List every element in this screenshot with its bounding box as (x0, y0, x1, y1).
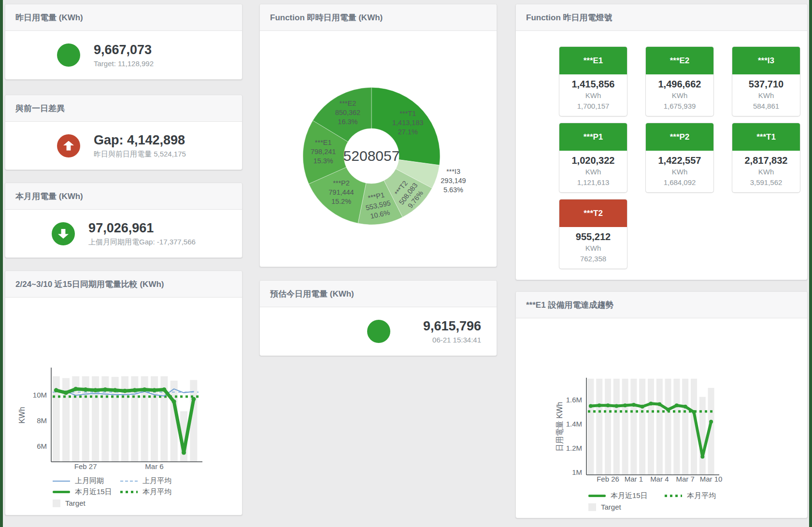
box-gray-swatch (588, 503, 596, 511)
tile-target: 762,358 (560, 254, 626, 264)
svg-text:Mar 6: Mar 6 (145, 462, 163, 470)
stat-subtitle: Target: 11,128,992 (94, 58, 190, 69)
svg-text:1.4M: 1.4M (566, 420, 582, 428)
svg-text:***I3293,1495.63%: ***I3293,1495.63% (441, 168, 466, 194)
card-status-lights: Function 昨日用電燈號 ***E11,415,856KWh1,700,1… (515, 4, 808, 280)
right-edge-strip (809, 0, 812, 527)
card-title: 預估今日用電量 (KWh) (260, 281, 497, 307)
svg-text:Mar 4: Mar 4 (650, 475, 669, 483)
tile-value: 955,212 (560, 230, 626, 243)
tile-name: ***E2 (646, 47, 713, 74)
legend-item: 本月平均 (665, 490, 727, 501)
legend-label: 本月近15日 (611, 491, 648, 500)
legend-label: 本月平均 (687, 491, 716, 500)
tile-value: 537,710 (733, 78, 799, 90)
tile-value: 2,817,832 (733, 154, 799, 167)
svg-text:Mar 10: Mar 10 (700, 475, 723, 483)
tile-name: ***T2 (559, 199, 627, 227)
stat-value: 9,667,073 (94, 42, 190, 57)
legend-item: 上月平均 (120, 475, 188, 486)
tile-unit: KWh (647, 167, 712, 177)
card-realtime-usage-donut: Function 即時日用電量 (KWh) ***T11,413,18327.1… (259, 4, 497, 267)
card-title-text: Function 昨日用電燈號 (526, 12, 612, 23)
dot-green-swatch (120, 491, 138, 493)
card-title-text: 昨日用電量 (KWh) (15, 12, 83, 23)
energy-dashboard: 昨日用電量 (KWh) 9,667,073 Target: 11,128,992… (0, 0, 812, 527)
svg-text:日用電量 KWh: 日用電量 KWh (556, 402, 564, 452)
card-title: 2/24~3/10 近15日同期用電量比較 (KWh) (5, 271, 242, 298)
legend-label: Target (65, 499, 85, 507)
dot-green-swatch (665, 495, 682, 497)
tile-value: 1,020,322 (560, 154, 626, 167)
light-tile-T1: ***T12,817,832KWh3,591,562 (732, 123, 800, 193)
e1trend-legend: 本月近15日本月平均Target (588, 490, 727, 513)
card-yesterday-usage: 昨日用電量 (KWh) 9,667,073 Target: 11,128,992 (5, 4, 242, 80)
compare-line-chart: 6M8M10MFeb 27Mar 6KWh上月同期上月平均本月近15日本月平均T… (5, 298, 242, 515)
card-title: ***E1 設備用電達成趨勢 (516, 292, 807, 318)
card-title-text: 2/24~3/10 近15日同期用電量比較 (KWh) (15, 279, 164, 290)
e1-trend-line-chart: 1M1.2M1.4M1.6MFeb 26Mar 1Mar 4Mar 7Mar 1… (516, 318, 807, 518)
svg-text:8M: 8M (37, 416, 47, 425)
donut-svg: ***T11,413,18327.1%***I3293,1495.63%***T… (260, 31, 498, 264)
legend-item: 上月同期 (53, 475, 120, 486)
legend-item: Target (53, 498, 120, 509)
svg-text:6M: 6M (37, 442, 47, 450)
card-title: 本月用電量 (KWh) (5, 183, 242, 210)
svg-text:1.2M: 1.2M (566, 444, 582, 452)
down-arrow-glyph (58, 229, 69, 239)
light-tile-I3: ***I3537,710KWh584,861 (732, 46, 800, 116)
tile-name: ***P1 (559, 123, 627, 151)
card-title: Function 即時日用電量 (KWh) (260, 4, 497, 31)
stat-subtitle: 昨日與前日用電量 5,524,175 (94, 149, 190, 159)
stat-subtitle: 上個月同期用電Gap: -17,377,566 (88, 237, 196, 247)
tile-unit: KWh (733, 90, 799, 101)
up-arrow-icon (57, 134, 80, 157)
tile-target: 3,591,562 (733, 177, 799, 188)
status-circle-icon (57, 43, 80, 67)
card-title: 昨日用電量 (KWh) (5, 4, 242, 31)
up-arrow-glyph (63, 141, 74, 151)
tile-value: 1,415,856 (560, 78, 626, 90)
light-tile-E1: ***E11,415,856KWh1,700,157 (559, 46, 627, 116)
card-day-gap: 與前一日差異 Gap: 4,142,898 昨日與前日用電量 5,524,175 (5, 95, 242, 170)
compare15-legend: 上月同期上月平均本月近15日本月平均Target (53, 475, 188, 509)
card-e1-trend-chart: ***E1 設備用電達成趨勢 1M1.2M1.4M1.6MFeb 26Mar 1… (515, 291, 808, 518)
legend-item: Target (588, 501, 665, 513)
svg-text:Mar 1: Mar 1 (625, 475, 643, 483)
thick-green-swatch (588, 495, 606, 497)
tile-unit: KWh (560, 167, 626, 177)
tile-target: 1,700,157 (560, 101, 626, 112)
legend-label: 上月平均 (142, 476, 171, 485)
tile-unit: KWh (560, 243, 626, 254)
card-title-text: Function 即時日用電量 (KWh) (270, 12, 383, 23)
legend-label: 本月平均 (142, 487, 171, 497)
tile-name: ***E1 (559, 47, 627, 74)
realtime-donut-chart: ***T11,413,18327.1%***I3293,1495.63%***T… (260, 31, 497, 267)
tile-target: 1,675,939 (647, 101, 712, 112)
tile-unit: KWh (733, 167, 799, 177)
down-arrow-icon (52, 222, 75, 245)
svg-text:5208057: 5208057 (343, 148, 400, 164)
card-title-text: ***E1 設備用電達成趨勢 (526, 299, 613, 311)
card-month-usage: 本月用電量 (KWh) 97,026,961 上個月同期用電Gap: -17,3… (5, 183, 242, 258)
legend-item: 本月平均 (120, 486, 188, 498)
tile-target: 1,121,613 (560, 177, 626, 188)
thick-green-swatch (53, 491, 70, 493)
tile-unit: KWh (647, 90, 712, 101)
svg-text:10M: 10M (33, 391, 47, 399)
svg-text:Mar 7: Mar 7 (676, 475, 695, 483)
tile-name: ***T1 (732, 123, 800, 151)
card-today-estimate: 預估今日用電量 (KWh) 9,615,796 06-21 15:34:41 (259, 280, 497, 356)
light-tile-E2: ***E21,496,662KWh1,675,939 (645, 46, 714, 116)
card-title-text: 本月用電量 (KWh) (15, 191, 83, 202)
legend-label: 上月同期 (75, 476, 104, 485)
stat-value: Gap: 4,142,898 (94, 132, 190, 148)
tile-name: ***P2 (646, 123, 713, 151)
stat-value: 9,615,796 (399, 318, 481, 334)
card-title: 與前一日差異 (5, 95, 242, 122)
tile-target: 1,684,092 (647, 177, 712, 188)
tile-value: 1,496,662 (647, 78, 712, 90)
light-tile-T2: ***T2955,212KWh762,358 (559, 199, 627, 269)
svg-text:Feb 26: Feb 26 (597, 475, 619, 483)
legend-label: 本月近15日 (75, 487, 112, 497)
